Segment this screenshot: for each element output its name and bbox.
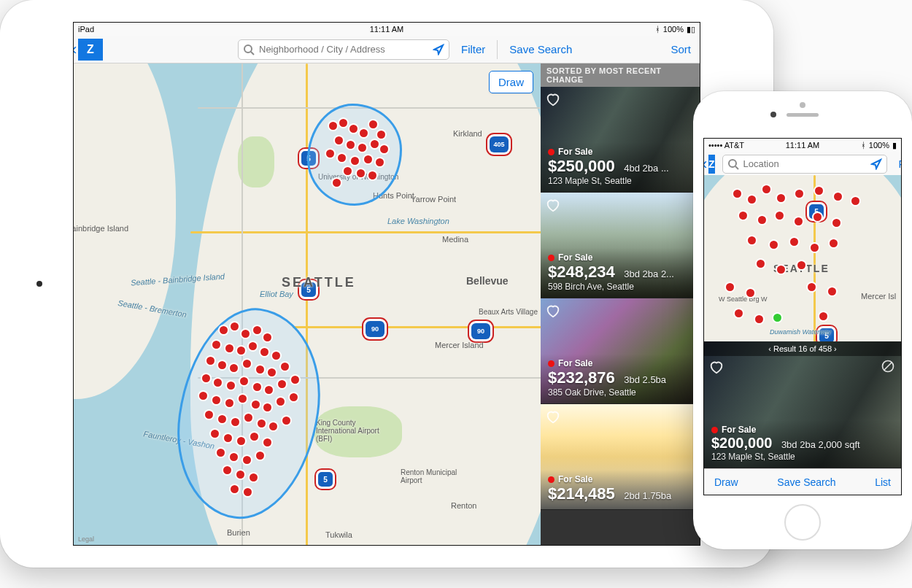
- signal-icon: •••••: [708, 141, 722, 150]
- hwy-shield-5: 5: [318, 472, 333, 487]
- map-label-bellevue: Bellevue: [466, 275, 509, 287]
- map-label-tukwila: Tukwila: [325, 530, 352, 539]
- listing-price: $200,000: [711, 435, 772, 452]
- favorite-icon[interactable]: [545, 91, 561, 110]
- status-label: For Sale: [722, 425, 756, 435]
- status-label: For Sale: [558, 147, 592, 157]
- iphone-home-button[interactable]: [784, 504, 821, 541]
- locate-icon[interactable]: [433, 44, 444, 55]
- svg-point-1: [729, 160, 736, 167]
- ipad-camera: [36, 281, 42, 287]
- favorite-icon[interactable]: [545, 409, 561, 428]
- ipad-toolbar: Z Filter Save Search Sort: [74, 36, 700, 63]
- map-label-renair: Renton Municipal Airport: [401, 468, 459, 484]
- draw-button[interactable]: Draw: [489, 71, 533, 93]
- battery-pct: 100%: [869, 141, 889, 150]
- save-search-button[interactable]: Save Search: [777, 476, 835, 488]
- map-legal[interactable]: Legal: [78, 535, 94, 543]
- map-label-burien: Burien: [227, 528, 250, 537]
- map[interactable]: 5 5 5 405 90 90 SEATTLE Bellevue Kirklan…: [74, 63, 541, 545]
- ipad-screen: iPad 11:11 AM ᚼ 100% ▮▯ Z Filter Save Se…: [73, 22, 700, 546]
- filter-button[interactable]: Filter: [457, 43, 490, 55]
- listing-card[interactable]: For Sale $214,485 2bd 1.75ba: [541, 404, 700, 510]
- iphone-speaker: [787, 113, 819, 117]
- map-label-lakewa: Lake Washington: [387, 217, 449, 225]
- listing-address: 123 Maple St, Seattle: [548, 176, 692, 186]
- filter-button[interactable]: Filter: [894, 158, 902, 170]
- app-logo-back[interactable]: Z: [708, 155, 715, 174]
- status-dot: [548, 149, 554, 155]
- divider: [497, 40, 498, 59]
- clock: 11:11 AM: [74, 25, 700, 34]
- listing-detail[interactable]: ‹ Result 16 of 458 › For Sale $200,000 3…: [704, 341, 901, 468]
- draw-button[interactable]: Draw: [714, 476, 738, 488]
- iphone-screen: ••••• AT&T 11:11 AM ᚼ100%▮ Z Filter 5 5 …: [703, 138, 902, 495]
- map-label-bainbridge: Bainbridge Island: [74, 224, 128, 233]
- iphone-toolbar: Z Filter: [704, 152, 901, 177]
- result-counter[interactable]: ‹ Result 16 of 458 ›: [704, 341, 901, 356]
- favorite-icon[interactable]: [545, 197, 561, 216]
- map-label-wseattle: W Seattle Brg W: [719, 295, 768, 303]
- iphone-sensor: [800, 102, 805, 108]
- svg-point-0: [244, 45, 252, 53]
- listing-address: 123 Maple St, Seattle: [711, 452, 894, 462]
- map-label-kcair: King County International Airport (BFI): [316, 419, 382, 443]
- app-logo-back[interactable]: Z: [78, 39, 103, 61]
- ipad-device: iPad 11:11 AM ᚼ 100% ▮▯ Z Filter Save Se…: [0, 0, 773, 568]
- list-button[interactable]: List: [875, 476, 891, 488]
- hwy-shield-405: 405: [490, 136, 509, 152]
- search-box[interactable]: [238, 39, 449, 60]
- search-box[interactable]: [722, 155, 887, 174]
- search-input[interactable]: [259, 44, 428, 55]
- iphone-camera: [770, 112, 776, 117]
- battery-icon: ▮▯: [687, 25, 695, 34]
- map-label-yarrow: Yarrow Point: [411, 195, 456, 204]
- search-input[interactable]: [743, 158, 866, 169]
- map-label-mercer: Mercer Isl: [861, 292, 896, 301]
- map-label-elliot: Elliot Bay: [260, 290, 293, 298]
- favorite-icon[interactable]: [545, 303, 561, 322]
- listings-panel[interactable]: SORTED BY MOST RECENT CHANGE For Sale $2…: [541, 63, 700, 545]
- sort-button[interactable]: Sort: [666, 43, 695, 55]
- map-label-beaux: Beaux Arts Village: [479, 308, 538, 316]
- favorite-icon[interactable]: [708, 359, 724, 378]
- bluetooth-icon: ᚼ: [861, 141, 866, 150]
- search-icon: [727, 158, 739, 170]
- listing-card[interactable]: For Sale $250,000 4bd 2ba ... 123 Maple …: [541, 87, 700, 193]
- hwy-shield-90: 90: [471, 323, 490, 339]
- iphone-device: ••••• AT&T 11:11 AM ᚼ100%▮ Z Filter 5 5 …: [693, 91, 912, 549]
- map-label-duwamish: Duwamish Waterway: [770, 328, 831, 336]
- ipad-status-bar: iPad 11:11 AM ᚼ 100% ▮▯: [74, 23, 700, 36]
- battery-icon: ▮: [892, 141, 897, 150]
- sorted-by-label: SORTED BY MOST RECENT CHANGE: [541, 63, 700, 87]
- bluetooth-icon: ᚼ: [655, 25, 660, 34]
- listing-price: $250,000: [548, 157, 615, 176]
- listing-card[interactable]: For Sale $248,234 3bd 2ba 2... 598 Birch…: [541, 193, 700, 298]
- search-icon: [243, 44, 255, 55]
- ipad-content: 5 5 5 405 90 90 SEATTLE Bellevue Kirklan…: [74, 63, 700, 545]
- hide-listing-icon[interactable]: [881, 359, 895, 376]
- listing-card[interactable]: For Sale $232,876 3bd 2.5ba 385 Oak Driv…: [541, 298, 700, 404]
- device-label: iPad: [78, 25, 94, 34]
- map-label-kirkland: Kirkland: [453, 129, 482, 138]
- map[interactable]: 5 5 SEATTLE Mercer Isl Duwamish Waterway…: [704, 175, 901, 341]
- locate-icon[interactable]: [870, 158, 882, 170]
- map-label-mercer: Mercer Island: [435, 341, 484, 349]
- hwy-shield-90: 90: [366, 321, 384, 337]
- map-label-renton: Renton: [451, 501, 476, 510]
- iphone-bottom-bar: Draw Save Search List: [704, 468, 901, 495]
- carrier-label: AT&T: [724, 141, 744, 150]
- save-search-button[interactable]: Save Search: [505, 43, 576, 55]
- battery-pct: 100%: [663, 25, 684, 34]
- map-label-seattle: SEATTLE: [282, 275, 356, 290]
- map-label-medina: Medina: [442, 235, 468, 244]
- iphone-status-bar: ••••• AT&T 11:11 AM ᚼ100%▮: [704, 139, 901, 152]
